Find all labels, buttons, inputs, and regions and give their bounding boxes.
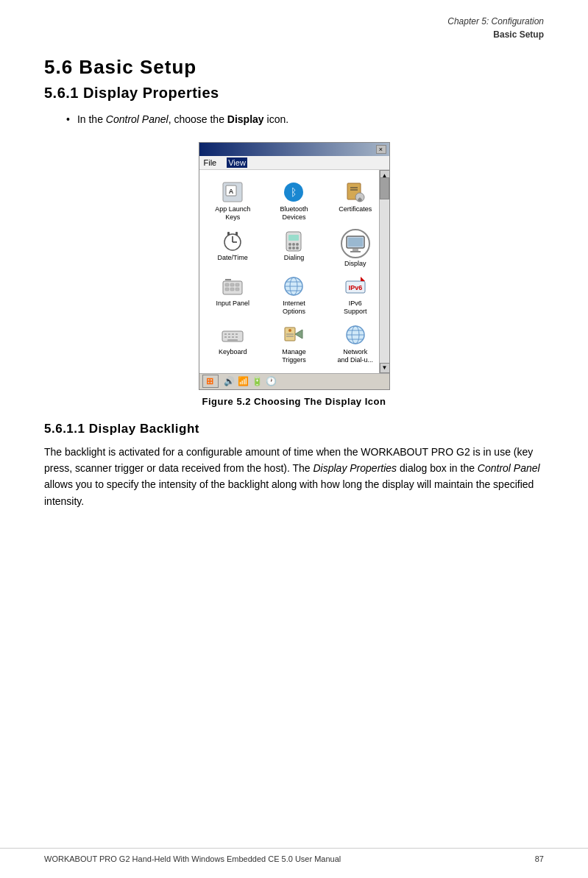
svg-text:IPv6: IPv6 [349,284,363,291]
bold-display: Display [227,113,264,125]
page-header: Chapter 5: Configuration Basic Setup [44,15,544,41]
footer-left-text: WORKABOUT PRO G2 Hand-Held With Windows … [44,854,341,863]
svg-rect-28 [225,283,229,286]
svg-point-17 [288,243,291,246]
icon-dialing[interactable]: Dialing [263,224,325,271]
svg-point-55 [288,329,291,332]
manage-triggers-label: ManageTriggers [282,348,306,364]
app-launch-keys-label: App LaunchKeys [215,205,250,222]
internet-options-icon [282,275,305,298]
datetime-icon [221,229,244,252]
icon-input-panel[interactable]: Input Panel [202,270,263,319]
datetime-label: Date/Time [218,254,248,262]
bluetooth-devices-icon: ᛒ [282,180,305,204]
svg-rect-47 [235,333,238,335]
input-panel-icon [221,275,244,298]
italic-display-properties: Display Properties [313,462,397,474]
svg-point-18 [292,243,295,246]
scrollbar-down-button[interactable]: ▼ [380,363,389,373]
bullet-dot: • [66,113,70,125]
svg-point-20 [288,247,291,249]
certificates-icon [344,180,367,204]
manage-triggers-icon [282,323,305,347]
icon-ipv6-support[interactable]: IPv6 IPv6Support [325,270,386,319]
footer-page-number: 87 [535,854,544,863]
icon-internet-options[interactable]: InternetOptions [263,270,325,319]
keyboard-icon [221,323,244,347]
display-icon [344,232,367,255]
icon-display[interactable]: Display [325,224,386,271]
bullet-text: In the Control Panel, choose the Display… [77,112,288,127]
svg-point-22 [296,247,299,249]
internet-options-label: InternetOptions [283,300,305,316]
svg-rect-44 [224,333,227,335]
svg-rect-51 [235,336,238,338]
svg-rect-48 [224,336,227,338]
svg-text:ᛒ: ᛒ [291,186,297,198]
network-dialup-label: Networkand Dial-u... [338,348,374,364]
keyboard-label: Keyboard [219,348,247,356]
display-label: Display [344,260,366,268]
app-launch-keys-icon: A [221,180,244,204]
svg-rect-29 [230,283,234,286]
win-close-button[interactable]: × [376,145,386,154]
start-button[interactable]: ⊞ [202,375,219,388]
svg-rect-26 [350,251,361,252]
italic-control-panel-2: Control Panel [478,462,540,474]
bluetooth-devices-label: BluetoothDevices [280,205,308,222]
icon-keyboard[interactable]: Keyboard [202,319,263,367]
svg-rect-52 [227,339,238,341]
svg-rect-50 [232,336,234,338]
figure-container: × File View A App L [44,142,544,407]
svg-rect-32 [230,288,234,291]
svg-rect-31 [225,288,229,291]
input-panel-label: Input Panel [216,300,249,308]
ipv6-support-label: IPv6Support [344,300,367,316]
svg-rect-33 [235,288,239,291]
dialing-label: Dialing [284,254,305,262]
icon-manage-triggers[interactable]: ManageTriggers [263,319,325,367]
page-footer: WORKABOUT PRO G2 Hand-Held With Windows … [0,848,588,863]
svg-rect-16 [288,235,299,241]
svg-text:A: A [229,188,234,195]
taskbar-battery-icon: 🔋 [252,376,263,386]
dialing-icon [282,229,305,252]
icon-datetime[interactable]: Date/Time [202,224,263,271]
svg-rect-34 [225,279,231,280]
win-content: A App LaunchKeys ᛒ BluetoothDevices [199,170,389,373]
svg-rect-45 [228,333,230,335]
svg-marker-42 [361,277,365,281]
svg-point-21 [292,247,295,249]
icon-certificates[interactable]: Certificates [325,176,386,224]
certificates-label: Certificates [339,205,372,213]
svg-rect-49 [228,336,230,338]
header-chapter: Chapter 5: Configuration [44,15,544,28]
svg-point-19 [296,243,299,246]
icon-app-launch-keys[interactable]: A App LaunchKeys [202,176,263,224]
icon-network-dialup[interactable]: Networkand Dial-u... [325,319,386,367]
figure-caption: Figure 5.2 Choosing The Display Icon [202,396,386,407]
display-highlight-ring [341,229,370,258]
backlight-body-text: The backlight is activated for a configu… [44,444,544,510]
win-titlebar: × [199,143,389,156]
heading-5611: 5.6.1.1 Display Backlight [44,422,544,436]
icon-bluetooth-devices[interactable]: ᛒ BluetoothDevices [263,176,325,224]
scrollbar-thumb[interactable] [380,177,389,199]
menu-file[interactable]: File [202,157,219,168]
italic-control-panel: Control Panel [106,113,169,125]
win-scrollbar[interactable]: ▲ ▼ [379,170,389,373]
svg-rect-30 [235,283,239,286]
svg-marker-54 [295,330,302,339]
svg-rect-14 [235,232,238,236]
taskbar-system-icons: 🔊 📶 🔋 🕐 [224,376,277,386]
menu-view[interactable]: View [227,157,247,168]
taskbar-clock-icon: 🕐 [266,376,277,386]
ipv6-support-icon: IPv6 [344,275,367,298]
header-section: Basic Setup [44,28,544,41]
bullet-item: • In the Control Panel, choose the Displ… [66,112,544,127]
heading-56: 5.6 Basic Setup [44,56,544,79]
svg-rect-25 [353,249,358,251]
win-menubar: File View [199,156,389,170]
heading-561: 5.6.1 Display Properties [44,85,544,102]
taskbar-sound-icon: 🔊 [224,376,235,386]
